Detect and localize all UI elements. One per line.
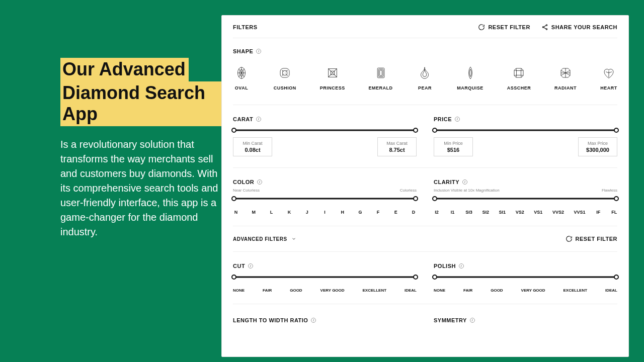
tick: VERY GOOD	[521, 288, 545, 293]
svg-point-2	[546, 29, 547, 30]
reset-filter-label: RESET FILTER	[488, 24, 530, 30]
tick: SI3	[465, 210, 472, 215]
shape-princess[interactable]: PRINCESS	[320, 65, 345, 90]
carat-slider[interactable]	[233, 128, 417, 132]
tick: I	[321, 210, 328, 215]
color-clarity-row: COLOR Near Colorless Colorless N M L K J…	[233, 168, 617, 226]
tick: VS1	[534, 210, 542, 215]
tick: J	[304, 210, 310, 215]
tick: SI1	[499, 210, 506, 215]
slider-handle-max[interactable]	[413, 196, 418, 201]
min-carat-label: Min Carat	[240, 141, 265, 146]
tick: FAIR	[463, 288, 472, 293]
slider-track	[234, 277, 416, 278]
slider-track	[234, 198, 416, 200]
tick: E	[393, 210, 399, 215]
slider-handle-min[interactable]	[231, 196, 236, 201]
shape-cushion[interactable]: CUSHION	[274, 65, 296, 90]
advanced-filters-toggle[interactable]: ADVANCED FILTERS	[233, 236, 296, 242]
slider-handle-max[interactable]	[413, 128, 418, 133]
tick: I1	[450, 210, 456, 215]
shape-label: HEART	[600, 85, 617, 90]
info-icon[interactable]	[257, 179, 262, 185]
lwr-title-text: LENGTH TO WIDTH RATIO	[233, 317, 308, 323]
slider-handle-min[interactable]	[432, 128, 437, 133]
info-icon[interactable]	[455, 117, 460, 122]
slider-handle-max[interactable]	[614, 196, 619, 201]
clarity-filter: CLARITY Inclusion Visible at 10x Magnifi…	[434, 179, 617, 215]
info-icon[interactable]	[462, 179, 467, 185]
shape-title: SHAPE	[233, 48, 617, 54]
polish-slider[interactable]	[434, 275, 617, 279]
shape-radiant[interactable]: RADIANT	[554, 65, 577, 90]
color-ticks: N M L K J I H G F E D	[233, 210, 417, 215]
tick: FAIR	[263, 288, 272, 293]
clarity-title: CLARITY	[434, 179, 617, 185]
color-title-text: COLOR	[233, 179, 254, 185]
info-icon[interactable]	[459, 263, 464, 268]
carat-title: CARAT	[233, 116, 417, 122]
color-scale-left: Near Colorless	[233, 188, 260, 193]
info-icon[interactable]	[256, 117, 261, 122]
slider-handle-max[interactable]	[614, 275, 619, 280]
shape-title-text: SHAPE	[233, 48, 253, 54]
slider-handle-max[interactable]	[413, 275, 418, 280]
shape-asscher[interactable]: ASSCHER	[507, 65, 531, 90]
tick: H	[340, 210, 346, 215]
tick: I2	[434, 210, 440, 215]
info-icon[interactable]	[311, 318, 316, 323]
tick: N	[233, 210, 239, 215]
advanced-filters-bar: ADVANCED FILTERS RESET FILTER	[233, 226, 617, 252]
polish-ticks: NONE FAIR GOOD VERY GOOD EXCELLENT IDEAL	[434, 288, 617, 293]
cut-title: CUT	[233, 263, 417, 269]
tick: VVS2	[552, 210, 564, 215]
tick: GOOD	[491, 288, 503, 293]
carat-filter: CARAT Min Carat 0.08ct Max Carat 8.75ct	[233, 116, 417, 156]
price-minmax: Min Price $516 Max Price $300,000	[434, 137, 617, 156]
lwr-symmetry-row: LENGTH TO WIDTH RATIO SYMMETRY	[233, 304, 617, 323]
info-icon[interactable]	[248, 263, 253, 268]
shape-label: RADIANT	[554, 85, 577, 90]
max-price-input[interactable]: Max Price $300,000	[578, 137, 617, 156]
slider-handle-max[interactable]	[614, 128, 619, 133]
slider-handle-min[interactable]	[432, 196, 437, 201]
price-slider[interactable]	[434, 128, 617, 132]
reset-filter-button[interactable]: RESET FILTER	[478, 24, 530, 31]
reset-advanced-button[interactable]: RESET FILTER	[566, 235, 617, 242]
marketing-body: Is a revolutionary solution that transfo…	[60, 137, 221, 239]
filters-label: FILTERS	[233, 24, 258, 30]
stage: Our Advanced Diamond Search App Is a rev…	[0, 0, 644, 362]
slider-handle-min[interactable]	[432, 275, 437, 280]
tick: IF	[595, 210, 601, 215]
polish-title: POLISH	[434, 263, 617, 269]
shape-emerald[interactable]: EMERALD	[369, 65, 393, 90]
tick: VVS1	[574, 210, 586, 215]
share-search-button[interactable]: SHARE YOUR SEARCH	[541, 24, 617, 31]
svg-rect-5	[280, 68, 289, 77]
clarity-title-text: CLARITY	[434, 179, 459, 185]
max-carat-value: 8.75ct	[385, 147, 409, 153]
slider-handle-min[interactable]	[231, 275, 236, 280]
clarity-slider[interactable]	[434, 197, 617, 201]
min-price-input[interactable]: Min Price $516	[434, 137, 473, 156]
shape-label: PEAR	[418, 85, 432, 90]
top-actions: RESET FILTER SHARE YOUR SEARCH	[478, 24, 617, 31]
shape-marquise[interactable]: MARQUISE	[457, 65, 484, 90]
shape-pear[interactable]: PEAR	[416, 65, 433, 90]
clarity-scale-right: Flawless	[602, 188, 617, 193]
tick: IDEAL	[605, 288, 617, 293]
slider-handle-min[interactable]	[231, 128, 236, 133]
max-carat-input[interactable]: Max Carat 8.75ct	[377, 137, 417, 156]
slider-track	[435, 130, 616, 131]
shape-oval[interactable]: OVAL	[233, 65, 250, 90]
color-slider[interactable]	[233, 197, 417, 201]
shape-heart[interactable]: HEART	[600, 65, 617, 90]
info-icon[interactable]	[470, 318, 475, 323]
info-icon[interactable]	[256, 49, 261, 54]
min-carat-input[interactable]: Min Carat 0.08ct	[233, 137, 272, 156]
cut-slider[interactable]	[233, 275, 417, 279]
reset-icon	[478, 24, 485, 31]
color-filter: COLOR Near Colorless Colorless N M L K J…	[233, 179, 417, 215]
price-filter: PRICE Min Price $516 Max Price $300,000	[434, 116, 617, 156]
svg-point-0	[546, 25, 547, 26]
